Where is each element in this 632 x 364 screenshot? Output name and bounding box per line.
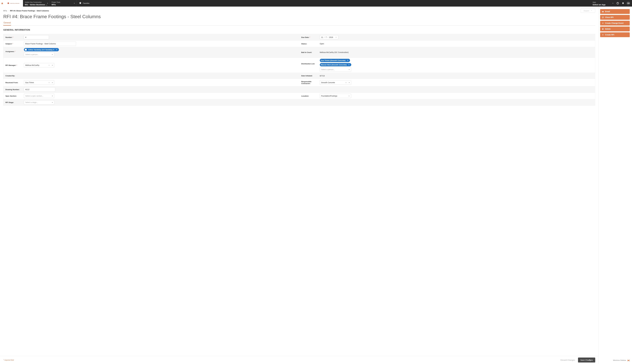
- label-rfi-stage: RFI Stage:: [4, 100, 24, 105]
- label-responsible-contractor: Responsible Contractor:: [299, 79, 320, 86]
- export-button[interactable]: Export: [580, 8, 595, 13]
- topbar: Golden Key Construction Golden Key Const…: [0, 0, 632, 6]
- row-number-duedate: Number:* Due Date:* 11 / 7 /: [4, 34, 595, 40]
- clear-icon[interactable]: ✕: [48, 64, 50, 66]
- label-drawing-number: Drawing Number:: [4, 87, 24, 92]
- status-value: Open: [320, 41, 595, 46]
- row-createdby-dateinitiated: Created By: Date Initiated: 8/7/19: [4, 73, 595, 79]
- project-selector[interactable]: Golden Key Construction 001 - Vortex Bus…: [23, 0, 50, 6]
- subject-input[interactable]: [24, 42, 76, 46]
- export-label: Export: [584, 10, 589, 12]
- right-sidebar: Email Close RFI Create Change Event Dele…: [599, 6, 632, 364]
- footer-bar: * required field Discard Changes Save Ch…: [0, 356, 598, 364]
- drawing-number-input[interactable]: [24, 87, 55, 92]
- label-number: Number:*: [4, 35, 24, 40]
- label-status: Status:: [299, 41, 320, 46]
- delete-button[interactable]: Delete: [600, 26, 630, 31]
- favorites-button[interactable]: Favorites: [76, 0, 92, 6]
- label-ball-in-court: Ball In Court:: [299, 50, 320, 55]
- label-due-date: Due Date:*: [299, 35, 320, 40]
- assignee-chip-label: Arthur Vandelay (Art Vandelay A: [28, 49, 54, 51]
- label-distribution-list: Distribution List:: [299, 58, 320, 66]
- row-manager-distribution: RFI Manager:* Melissa McCarthy ✕ ▼ Distr…: [4, 58, 595, 73]
- assignee-add-combo[interactable]: Select a person... ▼: [24, 52, 54, 56]
- clear-icon[interactable]: ✕: [48, 82, 50, 84]
- chevron-right-icon: ›: [8, 10, 9, 12]
- combo-value: Smooth Concrete: [321, 82, 344, 84]
- date-initiated-value: 8/7/19: [320, 73, 595, 78]
- received-from-combo[interactable]: Gus Trimm ✕ ▼: [24, 80, 54, 85]
- user-avatar[interactable]: CM: [626, 2, 630, 5]
- spec-section-combo[interactable]: Select a spec section... ▼: [24, 94, 54, 98]
- minimize-sidebar-button[interactable]: Minimize Sidebar ▶|: [600, 356, 630, 362]
- email-label: Email: [605, 10, 610, 12]
- distribution-chip-label: Gus Trimm (Smooth Concrete): [321, 60, 346, 62]
- star-icon: [79, 2, 82, 5]
- distribution-add-combo[interactable]: Select a person... ▼: [320, 67, 351, 72]
- breadcrumb-root[interactable]: RFIs: [3, 10, 7, 12]
- row-rfi-stage: RFI Stage: Select a stage... ▼: [4, 99, 595, 106]
- combo-placeholder: Select a spec section...: [25, 95, 50, 97]
- label-date-initiated: Date Initiated:: [299, 73, 320, 78]
- row-spec-location: Spec Section: Select a spec section... ▼…: [4, 93, 595, 99]
- distribution-chip-label: Wasser Nick (Smooth Concrete): [321, 64, 347, 66]
- general-form: Number:* Due Date:* 11 / 7 /: [3, 34, 595, 106]
- combo-value: Melissa McCarthy: [25, 64, 47, 66]
- row-drawing-number: Drawing Number:: [4, 86, 595, 93]
- label-assignees: Assignees:*: [4, 47, 24, 54]
- close-rfi-button[interactable]: Close RFI: [600, 15, 630, 20]
- caret-down-icon: ▼: [348, 69, 350, 70]
- rfi-stage-combo[interactable]: Select a stage... ▼: [24, 100, 54, 104]
- clear-icon[interactable]: ✕: [348, 95, 350, 97]
- location-combo[interactable]: Foundation/Footings ✕: [320, 94, 351, 98]
- project-selector-label: Golden Key Construction: [25, 2, 48, 3]
- home-button[interactable]: [0, 0, 4, 6]
- date-month: 11: [321, 36, 323, 38]
- save-changes-button[interactable]: Save Changes: [578, 358, 595, 362]
- caret-down-icon: ▼: [348, 82, 350, 84]
- caret-down-icon: ▼: [51, 82, 54, 84]
- remove-chip-icon[interactable]: ✕: [56, 49, 58, 51]
- close-rfi-label: Close RFI: [605, 16, 614, 18]
- combo-value: Foundation/Footings: [321, 95, 347, 97]
- caret-down-icon: ▼: [51, 102, 54, 104]
- caret-down-icon: [47, 2, 48, 4]
- chip-avatar-icon: [25, 49, 27, 50]
- avatar-initials: CM: [627, 2, 630, 4]
- tab-general[interactable]: General: [3, 22, 11, 26]
- apps-selector[interactable]: Apps Select an App: [591, 0, 615, 6]
- row-assignees-ballincourt: Assignees:* Arthur Vandelay (Art Vandela…: [4, 47, 595, 58]
- responsible-contractor-combo[interactable]: Smooth Concrete ✕ ▼: [320, 80, 351, 85]
- breadcrumb: RFIs › RFI #4: Brace Frame Footings - St…: [3, 10, 580, 12]
- tool-selector[interactable]: Project Tools RFIs: [50, 0, 76, 6]
- discard-changes-button[interactable]: Discard Changes: [559, 358, 577, 362]
- apps-selector-value: Select an App: [592, 4, 613, 6]
- notifications-button[interactable]: [620, 0, 626, 6]
- caret-down-icon: ▼: [51, 54, 54, 56]
- created-by-value: [24, 74, 299, 78]
- create-change-event-button[interactable]: Create Change Event: [600, 21, 630, 26]
- company-logo[interactable]: Golden Key Construction: [4, 0, 23, 6]
- create-change-event-label: Create Change Event: [605, 22, 624, 24]
- breadcrumb-current: RFI #4: Brace Frame Footings - Steel Col…: [10, 10, 49, 12]
- rfi-manager-combo[interactable]: Melissa McCarthy ✕ ▼: [24, 63, 54, 67]
- delete-label: Delete: [605, 28, 611, 30]
- due-date-input[interactable]: 11 / 7 / 2019 ✕: [320, 35, 338, 39]
- email-button[interactable]: Email: [600, 9, 630, 14]
- clear-icon[interactable]: ✕: [344, 82, 348, 84]
- distribution-chip: Gus Trimm (Smooth Concrete) ✕: [320, 59, 350, 62]
- combo-value: Gus Trimm: [25, 82, 47, 84]
- tool-selector-label: Project Tools: [52, 2, 75, 3]
- date-year: 2019: [329, 36, 333, 38]
- number-input[interactable]: [24, 35, 49, 40]
- remove-chip-icon[interactable]: ✕: [347, 60, 349, 62]
- combo-placeholder: Select a person...: [25, 54, 50, 56]
- ball-in-court-value: Melissa McCarthy (GC Construction): [320, 50, 595, 55]
- page-title: RFI #4: Brace Frame Footings - Steel Col…: [3, 14, 595, 19]
- help-button[interactable]: [615, 0, 620, 6]
- label-subject: Subject:*: [4, 41, 24, 46]
- remove-chip-icon[interactable]: ✕: [348, 64, 350, 66]
- clear-date-icon[interactable]: ✕: [335, 36, 337, 38]
- label-spec-section: Spec Section:: [4, 93, 24, 99]
- create-rfi-button[interactable]: Create RFI: [600, 32, 630, 37]
